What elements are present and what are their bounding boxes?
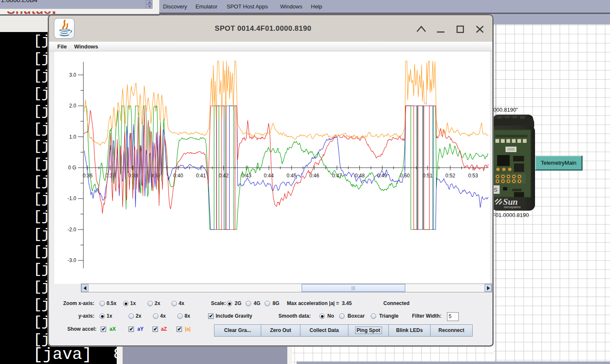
svg-text:-2.0: -2.0 [67, 227, 76, 233]
svg-text:0 G: 0 G [68, 165, 76, 171]
svg-text:0:44: 0:44 [264, 173, 274, 179]
svg-text:0:53: 0:53 [468, 173, 478, 179]
svg-text:0:45: 0:45 [286, 173, 297, 179]
svg-text:0:46: 0:46 [309, 173, 319, 179]
svg-text:3.0: 3.0 [69, 72, 76, 78]
svg-text:0:49: 0:49 [377, 173, 387, 179]
svg-text:-3.0: -3.0 [67, 257, 76, 263]
svg-text:0:52: 0:52 [445, 173, 455, 179]
svg-text:0:41: 0:41 [196, 173, 206, 179]
svg-text:2.0: 2.0 [69, 103, 76, 109]
svg-text:0:42: 0:42 [219, 173, 229, 179]
svg-text:1.0: 1.0 [69, 134, 76, 140]
svg-text:microsystems: microsystems [504, 206, 521, 209]
svg-text:-1.0: -1.0 [67, 195, 76, 201]
svg-text:0:51: 0:51 [423, 173, 433, 179]
svg-text:S: S [494, 187, 498, 193]
